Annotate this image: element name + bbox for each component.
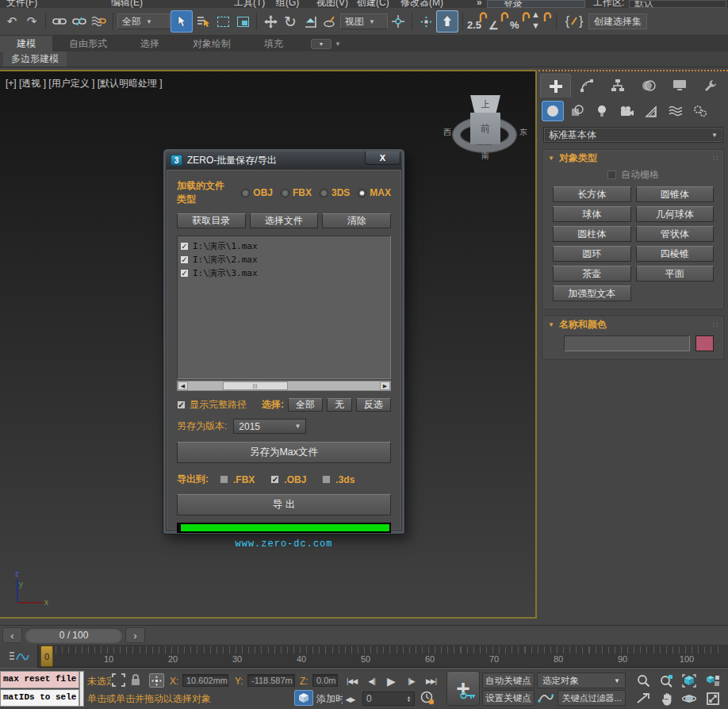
scroll-right-arrow[interactable]: ▶ (380, 381, 390, 390)
horizontal-scrollbar[interactable]: ◀ ▶ (177, 381, 391, 391)
menu-file[interactable]: 文件(F) (6, 0, 37, 8)
reference-coordinate-dropdown[interactable]: 视图 ▼ (340, 13, 388, 29)
autogrid-checkbox[interactable] (607, 171, 616, 179)
show-full-path-checkbox[interactable]: ✓ (177, 400, 186, 409)
website-link[interactable]: www.zero-dc.com (177, 538, 391, 550)
radio-3ds[interactable] (320, 189, 328, 197)
key-mode-dropdown[interactable]: 选定对象 ▼ (537, 673, 626, 688)
category-geometry[interactable] (542, 101, 564, 121)
tab-utilities[interactable] (695, 74, 726, 98)
key-tangent-icon[interactable] (538, 691, 554, 706)
viewcube-east-label[interactable]: 东 (519, 127, 527, 138)
ribbon-tab-object-paint[interactable]: 对象绘制 (176, 36, 247, 52)
version-dropdown[interactable]: 2015 ▼ (233, 419, 306, 434)
file-checkbox[interactable]: ✓ (180, 242, 189, 251)
menu-group[interactable]: 组(G) (276, 0, 299, 8)
radio-obj[interactable] (241, 189, 250, 197)
viewcube[interactable]: 上 前 西 东 南 (450, 86, 521, 159)
go-to-start-button[interactable]: |◀◀ (343, 673, 361, 688)
angle-snap-icon[interactable]: ∠ (489, 12, 509, 31)
plane-button[interactable]: 平面 (636, 266, 715, 282)
scroll-left-arrow[interactable]: ◀ (178, 381, 188, 390)
key-filters-button[interactable]: 关键点过滤器... (557, 690, 626, 706)
zoom-extents-all-icon[interactable] (703, 673, 723, 688)
file-list-item[interactable]: ✓ I:\演示\1.max (180, 240, 388, 253)
tab-motion[interactable] (633, 74, 664, 98)
name-color-rollout-header[interactable]: ▼ 名称和颜色 ∷ (543, 316, 723, 332)
torus-button[interactable]: 圆环 (553, 246, 631, 262)
object-color-swatch[interactable] (695, 335, 714, 351)
zoom-all-icon[interactable] (657, 673, 677, 688)
geosphere-button[interactable]: 几何球体 (636, 206, 715, 222)
select-invert-button[interactable]: 反选 (356, 398, 391, 412)
object-name-input[interactable] (564, 335, 690, 351)
select-and-rotate-icon[interactable]: ↻ (281, 11, 300, 32)
close-button[interactable]: X (365, 151, 400, 165)
use-pivot-center-icon[interactable] (389, 11, 408, 32)
workspace-dropdown[interactable]: 默认 (629, 0, 726, 8)
fbx-checkbox[interactable] (220, 475, 228, 484)
keyboard-shortcut-override-toggle[interactable] (436, 10, 458, 33)
bind-to-space-warp-icon[interactable] (90, 11, 109, 32)
select-all-button[interactable]: 全部 (288, 398, 323, 412)
spinner-icon[interactable]: ▲▼ (407, 696, 411, 702)
file-listbox[interactable]: ✓ I:\演示\1.max ✓ I:\演示\2.max ✓ I:\演示\3.ma… (177, 236, 391, 379)
file-list-item[interactable]: ✓ I:\演示\3.max (180, 266, 388, 280)
tab-modify[interactable] (571, 74, 602, 98)
viewport-label[interactable]: [+] [透视 ] [用户定义 ] [默认明暗处理 ] (6, 77, 163, 90)
play-button[interactable]: ▶ (382, 673, 400, 688)
menu-modifiers[interactable]: 修改器(M) (400, 0, 443, 8)
ribbon-tab-freeform[interactable]: 自由形式 (52, 36, 124, 52)
scrollbar-thumb[interactable] (223, 381, 288, 390)
object-type-rollout-header[interactable]: ▼ 对象类型 ∷ (543, 150, 723, 166)
ribbon-panel-polygon-modeling[interactable]: 多边形建模 (3, 52, 67, 67)
listener-macro-line[interactable]: max reset file (0, 671, 79, 688)
category-space-warps[interactable] (665, 101, 687, 121)
select-link-icon[interactable] (50, 11, 69, 32)
viewcube-south-label[interactable]: 南 (481, 151, 489, 162)
go-to-end-button[interactable]: ▶▶| (422, 673, 440, 688)
time-configuration-icon[interactable] (420, 691, 435, 707)
auto-key-button[interactable]: 自动关键点 (482, 673, 535, 688)
teapot-button[interactable]: 茶壶 (553, 266, 631, 282)
rollout-grip-icon[interactable]: ∷ (713, 320, 718, 329)
maxscript-mini-listener[interactable]: max reset file matIDs to sele (0, 671, 79, 707)
pan-hand-icon[interactable] (657, 691, 677, 707)
z-coord-field[interactable]: 0.0m (312, 674, 338, 687)
unlink-icon[interactable] (70, 11, 89, 32)
viewcube-top-face[interactable]: 上 (470, 95, 500, 113)
rollout-grip-icon[interactable]: ∷ (713, 154, 718, 163)
tab-create[interactable] (540, 74, 571, 98)
edit-named-selection-sets-icon[interactable]: {} (561, 11, 588, 32)
time-slider-handle[interactable]: 0 (40, 646, 53, 667)
add-time-tag[interactable]: 添加时间标记 (316, 692, 343, 706)
primitive-category-dropdown[interactable]: 标准基本体 ▼ (543, 127, 723, 143)
ribbon-tab-selection[interactable]: 选择 (124, 36, 176, 52)
chevron-down-icon[interactable]: ▼ (335, 40, 341, 48)
save-as-max-button[interactable]: 另存为Max文件 (177, 442, 391, 463)
tab-display[interactable] (664, 74, 695, 98)
radio-max[interactable] (358, 189, 366, 197)
percent-snap-icon[interactable]: % (510, 12, 531, 31)
menu-tools[interactable]: 工具(T) (234, 0, 265, 8)
spinner-snap-icon[interactable]: ▲▼ (531, 12, 552, 31)
tab-hierarchy[interactable] (602, 74, 633, 98)
category-shapes[interactable] (566, 101, 588, 121)
pyramid-button[interactable]: 四棱锥 (636, 246, 715, 262)
orbit-icon[interactable] (679, 691, 699, 707)
snap-toggle-icon[interactable]: 2.5 (467, 12, 488, 31)
select-and-move-icon[interactable] (261, 11, 280, 32)
previous-frame-button[interactable]: ◀|| (362, 673, 381, 688)
file-list-item[interactable]: ✓ I:\演示\2.max (180, 253, 388, 266)
listener-scrollbar[interactable] (79, 671, 84, 707)
absolute-offset-mode-toggle[interactable] (149, 673, 164, 688)
select-and-manipulate-icon[interactable] (416, 11, 435, 32)
undo-icon[interactable]: ↶ (2, 11, 21, 32)
menu-views[interactable]: 视图(V) (316, 0, 348, 8)
selection-lock-icon[interactable] (130, 673, 141, 689)
select-and-place-icon[interactable] (320, 11, 339, 32)
next-frame-button[interactable]: ||▶ (402, 673, 420, 688)
textplus-button[interactable]: 加强型文本 (553, 286, 631, 301)
zoom-extents-icon[interactable] (679, 673, 699, 688)
3ds-checkbox[interactable] (322, 475, 331, 484)
